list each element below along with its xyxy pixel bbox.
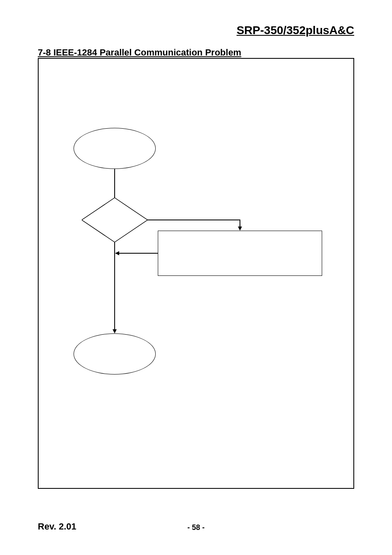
flowchart-frame — [38, 58, 354, 489]
flowchart-start-terminator — [74, 128, 156, 169]
flowchart-end-terminator — [74, 333, 156, 375]
arrow-down-icon — [238, 227, 242, 231]
connector-line — [118, 253, 158, 254]
footer-page-number: - 58 - — [0, 523, 392, 532]
arrow-left-icon — [115, 251, 119, 255]
connector-line — [114, 169, 115, 198]
arrow-down-icon — [113, 329, 117, 333]
flowchart-process — [158, 231, 322, 276]
connector-line — [114, 242, 115, 330]
diamond-icon — [82, 198, 148, 242]
section-title: 7-8 IEEE-1284 Parallel Communication Pro… — [38, 47, 241, 58]
flowchart-decision — [82, 198, 148, 242]
page-title: SRP-350/352plusA&C — [237, 24, 354, 37]
connector-line — [148, 220, 240, 220]
svg-marker-0 — [82, 198, 148, 242]
flowchart — [39, 59, 353, 488]
